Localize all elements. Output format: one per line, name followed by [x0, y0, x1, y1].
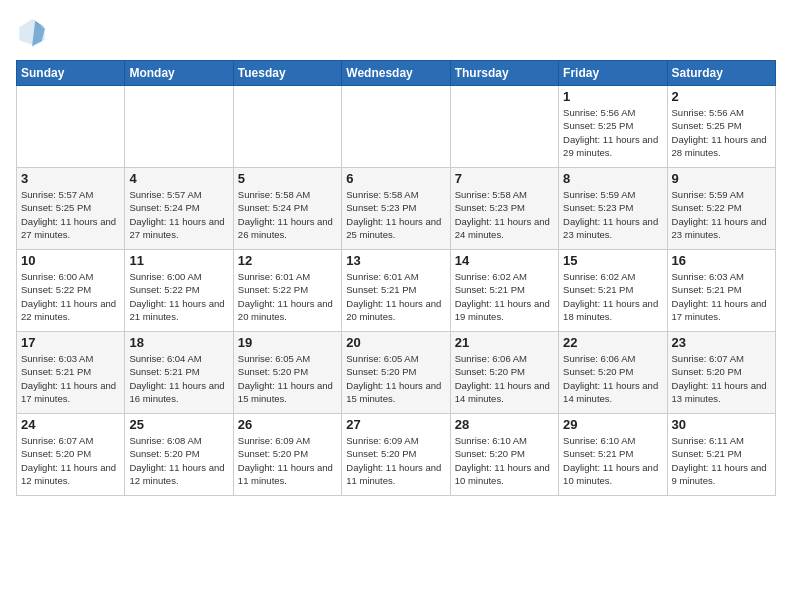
calendar-cell: 20Sunrise: 6:05 AM Sunset: 5:20 PM Dayli…	[342, 332, 450, 414]
day-number: 14	[455, 253, 554, 268]
weekday-header: Thursday	[450, 61, 558, 86]
day-number: 16	[672, 253, 771, 268]
day-number: 10	[21, 253, 120, 268]
day-number: 25	[129, 417, 228, 432]
calendar-cell: 10Sunrise: 6:00 AM Sunset: 5:22 PM Dayli…	[17, 250, 125, 332]
calendar-cell	[233, 86, 341, 168]
day-number: 3	[21, 171, 120, 186]
calendar-cell: 16Sunrise: 6:03 AM Sunset: 5:21 PM Dayli…	[667, 250, 775, 332]
calendar-cell: 28Sunrise: 6:10 AM Sunset: 5:20 PM Dayli…	[450, 414, 558, 496]
weekday-header: Tuesday	[233, 61, 341, 86]
day-info: Sunrise: 6:05 AM Sunset: 5:20 PM Dayligh…	[238, 352, 337, 405]
calendar-cell	[450, 86, 558, 168]
day-number: 12	[238, 253, 337, 268]
day-info: Sunrise: 5:57 AM Sunset: 5:25 PM Dayligh…	[21, 188, 120, 241]
day-number: 21	[455, 335, 554, 350]
calendar-week-row: 10Sunrise: 6:00 AM Sunset: 5:22 PM Dayli…	[17, 250, 776, 332]
calendar-cell: 1Sunrise: 5:56 AM Sunset: 5:25 PM Daylig…	[559, 86, 667, 168]
day-number: 27	[346, 417, 445, 432]
day-info: Sunrise: 5:57 AM Sunset: 5:24 PM Dayligh…	[129, 188, 228, 241]
calendar-cell	[125, 86, 233, 168]
day-number: 2	[672, 89, 771, 104]
day-info: Sunrise: 6:05 AM Sunset: 5:20 PM Dayligh…	[346, 352, 445, 405]
calendar-cell: 29Sunrise: 6:10 AM Sunset: 5:21 PM Dayli…	[559, 414, 667, 496]
day-info: Sunrise: 6:11 AM Sunset: 5:21 PM Dayligh…	[672, 434, 771, 487]
day-info: Sunrise: 6:03 AM Sunset: 5:21 PM Dayligh…	[672, 270, 771, 323]
calendar-cell: 11Sunrise: 6:00 AM Sunset: 5:22 PM Dayli…	[125, 250, 233, 332]
calendar-cell: 21Sunrise: 6:06 AM Sunset: 5:20 PM Dayli…	[450, 332, 558, 414]
day-info: Sunrise: 6:02 AM Sunset: 5:21 PM Dayligh…	[563, 270, 662, 323]
calendar-cell: 27Sunrise: 6:09 AM Sunset: 5:20 PM Dayli…	[342, 414, 450, 496]
logo	[16, 16, 52, 48]
day-info: Sunrise: 6:00 AM Sunset: 5:22 PM Dayligh…	[129, 270, 228, 323]
day-number: 30	[672, 417, 771, 432]
day-number: 17	[21, 335, 120, 350]
weekday-header: Wednesday	[342, 61, 450, 86]
day-number: 8	[563, 171, 662, 186]
day-info: Sunrise: 6:01 AM Sunset: 5:21 PM Dayligh…	[346, 270, 445, 323]
day-number: 29	[563, 417, 662, 432]
day-number: 7	[455, 171, 554, 186]
calendar-week-row: 1Sunrise: 5:56 AM Sunset: 5:25 PM Daylig…	[17, 86, 776, 168]
calendar-week-row: 3Sunrise: 5:57 AM Sunset: 5:25 PM Daylig…	[17, 168, 776, 250]
day-number: 13	[346, 253, 445, 268]
day-info: Sunrise: 5:58 AM Sunset: 5:24 PM Dayligh…	[238, 188, 337, 241]
calendar-cell: 23Sunrise: 6:07 AM Sunset: 5:20 PM Dayli…	[667, 332, 775, 414]
calendar-cell: 22Sunrise: 6:06 AM Sunset: 5:20 PM Dayli…	[559, 332, 667, 414]
day-info: Sunrise: 6:10 AM Sunset: 5:21 PM Dayligh…	[563, 434, 662, 487]
calendar-cell: 4Sunrise: 5:57 AM Sunset: 5:24 PM Daylig…	[125, 168, 233, 250]
day-info: Sunrise: 6:07 AM Sunset: 5:20 PM Dayligh…	[21, 434, 120, 487]
day-info: Sunrise: 6:03 AM Sunset: 5:21 PM Dayligh…	[21, 352, 120, 405]
day-info: Sunrise: 6:02 AM Sunset: 5:21 PM Dayligh…	[455, 270, 554, 323]
day-number: 9	[672, 171, 771, 186]
weekday-header-row: SundayMondayTuesdayWednesdayThursdayFrid…	[17, 61, 776, 86]
calendar-table: SundayMondayTuesdayWednesdayThursdayFrid…	[16, 60, 776, 496]
day-info: Sunrise: 6:06 AM Sunset: 5:20 PM Dayligh…	[563, 352, 662, 405]
calendar-cell: 3Sunrise: 5:57 AM Sunset: 5:25 PM Daylig…	[17, 168, 125, 250]
day-info: Sunrise: 6:09 AM Sunset: 5:20 PM Dayligh…	[238, 434, 337, 487]
day-number: 22	[563, 335, 662, 350]
day-number: 26	[238, 417, 337, 432]
day-number: 28	[455, 417, 554, 432]
calendar-cell: 9Sunrise: 5:59 AM Sunset: 5:22 PM Daylig…	[667, 168, 775, 250]
day-number: 4	[129, 171, 228, 186]
weekday-header: Monday	[125, 61, 233, 86]
day-number: 6	[346, 171, 445, 186]
day-info: Sunrise: 5:56 AM Sunset: 5:25 PM Dayligh…	[672, 106, 771, 159]
day-info: Sunrise: 6:00 AM Sunset: 5:22 PM Dayligh…	[21, 270, 120, 323]
weekday-header: Saturday	[667, 61, 775, 86]
day-info: Sunrise: 6:08 AM Sunset: 5:20 PM Dayligh…	[129, 434, 228, 487]
day-info: Sunrise: 5:59 AM Sunset: 5:22 PM Dayligh…	[672, 188, 771, 241]
calendar-cell: 5Sunrise: 5:58 AM Sunset: 5:24 PM Daylig…	[233, 168, 341, 250]
calendar-cell: 13Sunrise: 6:01 AM Sunset: 5:21 PM Dayli…	[342, 250, 450, 332]
calendar-cell: 12Sunrise: 6:01 AM Sunset: 5:22 PM Dayli…	[233, 250, 341, 332]
day-info: Sunrise: 5:58 AM Sunset: 5:23 PM Dayligh…	[346, 188, 445, 241]
calendar-cell: 17Sunrise: 6:03 AM Sunset: 5:21 PM Dayli…	[17, 332, 125, 414]
day-info: Sunrise: 6:01 AM Sunset: 5:22 PM Dayligh…	[238, 270, 337, 323]
day-number: 5	[238, 171, 337, 186]
weekday-header: Friday	[559, 61, 667, 86]
day-number: 20	[346, 335, 445, 350]
calendar-cell: 14Sunrise: 6:02 AM Sunset: 5:21 PM Dayli…	[450, 250, 558, 332]
day-number: 24	[21, 417, 120, 432]
calendar-cell	[17, 86, 125, 168]
day-info: Sunrise: 5:58 AM Sunset: 5:23 PM Dayligh…	[455, 188, 554, 241]
day-number: 18	[129, 335, 228, 350]
day-info: Sunrise: 6:04 AM Sunset: 5:21 PM Dayligh…	[129, 352, 228, 405]
day-info: Sunrise: 6:07 AM Sunset: 5:20 PM Dayligh…	[672, 352, 771, 405]
calendar-cell: 25Sunrise: 6:08 AM Sunset: 5:20 PM Dayli…	[125, 414, 233, 496]
day-number: 23	[672, 335, 771, 350]
day-number: 11	[129, 253, 228, 268]
calendar-cell: 24Sunrise: 6:07 AM Sunset: 5:20 PM Dayli…	[17, 414, 125, 496]
calendar-cell	[342, 86, 450, 168]
calendar-cell: 8Sunrise: 5:59 AM Sunset: 5:23 PM Daylig…	[559, 168, 667, 250]
calendar-cell: 6Sunrise: 5:58 AM Sunset: 5:23 PM Daylig…	[342, 168, 450, 250]
calendar-cell: 18Sunrise: 6:04 AM Sunset: 5:21 PM Dayli…	[125, 332, 233, 414]
calendar-cell: 26Sunrise: 6:09 AM Sunset: 5:20 PM Dayli…	[233, 414, 341, 496]
calendar-cell: 7Sunrise: 5:58 AM Sunset: 5:23 PM Daylig…	[450, 168, 558, 250]
calendar-cell: 2Sunrise: 5:56 AM Sunset: 5:25 PM Daylig…	[667, 86, 775, 168]
logo-icon	[16, 16, 48, 48]
calendar-week-row: 17Sunrise: 6:03 AM Sunset: 5:21 PM Dayli…	[17, 332, 776, 414]
day-number: 1	[563, 89, 662, 104]
day-number: 19	[238, 335, 337, 350]
